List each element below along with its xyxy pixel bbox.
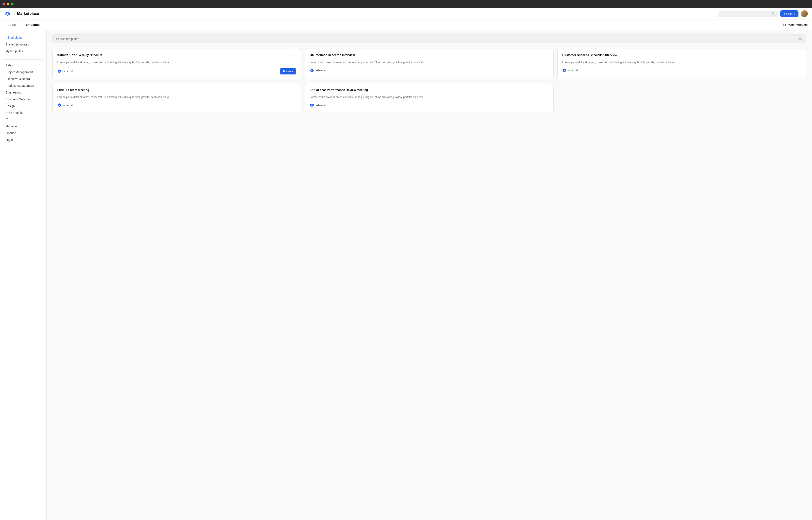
- more-icon[interactable]: ···: [546, 88, 549, 92]
- card-4-brand-name: adam.ai: [63, 104, 73, 107]
- card-4-header: First HR Team Meeting ···: [57, 88, 296, 92]
- card-5-footer: adam.ai: [310, 103, 549, 107]
- card-4-actions: ···: [293, 88, 296, 92]
- search-templates-bar[interactable]: 🔍: [52, 34, 806, 43]
- sidebar-item-legal[interactable]: Legal: [3, 137, 43, 143]
- card-3-description: Lorem ipsum dolor sit amet, consectetur …: [562, 60, 801, 64]
- sidebar-item-starred-templates[interactable]: Starred templates: [3, 41, 43, 48]
- card-3-brand-name: adam.ai: [568, 69, 578, 72]
- templates-area: 🔍 Kanban 1-on-1 Weekly Check-in ☆ ···: [47, 30, 812, 520]
- more-icon[interactable]: ···: [293, 88, 296, 92]
- sidebar-item-all-templates[interactable]: All templates: [3, 34, 43, 41]
- template-card-5[interactable]: End of Year Performance Review Meeting ·…: [305, 83, 553, 112]
- title-bar: [0, 0, 812, 8]
- card-2-actions: ···: [546, 53, 549, 56]
- card-1-title: Kanban 1-on-1 Weekly Check-in: [57, 53, 287, 57]
- brand-logo-icon: [57, 69, 61, 73]
- maximize-button[interactable]: [11, 3, 13, 5]
- card-2-description: Lorem ipsum dolor sit amet, consectetur …: [310, 60, 549, 64]
- create-button[interactable]: + Create: [780, 10, 799, 17]
- card-2-brand: adam.ai: [310, 68, 325, 73]
- card-2-header: UX Interface Research Interview ···: [310, 53, 549, 57]
- card-5-description: Lorem ipsum dolor sit amet, consectetur …: [310, 95, 549, 99]
- card-3-header: Customer Success Specialist Interview ··…: [562, 53, 801, 57]
- card-1-description: Lorem ipsum dolor sit amet, consectetur …: [57, 60, 296, 64]
- search-templates-icon: 🔍: [798, 37, 803, 41]
- sidebar-item-marketing[interactable]: Marketing: [3, 123, 43, 129]
- search-icon: 🔍: [772, 12, 775, 16]
- sidebar: All templates Starred templates My templ…: [0, 30, 47, 520]
- top-search-bar[interactable]: 🔍: [719, 10, 778, 17]
- sidebar-item-design[interactable]: Design: [3, 103, 43, 109]
- card-5-title: End of Year Performance Review Meeting: [310, 88, 544, 92]
- top-search-input[interactable]: [721, 12, 770, 15]
- card-1-footer: adam.ai Preview: [57, 68, 296, 75]
- preview-button[interactable]: Preview: [280, 68, 296, 75]
- card-4-footer: adam.ai: [57, 103, 296, 107]
- card-4-description: Lorem ipsum dolor sit amet, consectetur …: [57, 95, 296, 99]
- sidebar-item-project-management[interactable]: Project Management: [3, 69, 43, 75]
- brand-logo-icon: [310, 68, 314, 73]
- card-1-actions: ☆ ···: [289, 53, 296, 56]
- main-area: Apps Templates + Create template All tem…: [0, 20, 812, 520]
- templates-grid: Kanban 1-on-1 Weekly Check-in ☆ ··· Lore…: [52, 48, 806, 112]
- sidebar-item-product-management[interactable]: Product Management: [3, 82, 43, 89]
- card-2-brand-name: adam.ai: [316, 69, 325, 72]
- template-card-2[interactable]: UX Interface Research Interview ··· Lore…: [305, 48, 553, 79]
- tab-apps[interactable]: Apps: [4, 20, 20, 30]
- close-button[interactable]: [3, 3, 5, 5]
- card-3-brand: adam.ai: [562, 68, 578, 73]
- page-title: Marketplace: [17, 11, 716, 16]
- card-2-footer: adam.ai: [310, 68, 549, 73]
- card-1-brand-name: adam.ai: [63, 70, 73, 73]
- card-3-footer: adam.ai: [562, 68, 801, 73]
- card-5-header: End of Year Performance Review Meeting ·…: [310, 88, 549, 92]
- sidebar-categories-section: Sales Project Management Executive & Boa…: [3, 62, 43, 143]
- more-icon[interactable]: ···: [798, 53, 801, 56]
- template-card-1[interactable]: Kanban 1-on-1 Weekly Check-in ☆ ··· Lore…: [52, 48, 301, 79]
- sidebar-item-sales[interactable]: Sales: [3, 62, 43, 69]
- star-icon[interactable]: ☆: [289, 53, 292, 56]
- sidebar-item-my-templates[interactable]: My templates: [3, 48, 43, 54]
- nav-chevron-icon: ›: [13, 12, 15, 16]
- sidebar-divider: [3, 59, 43, 60]
- search-templates-input[interactable]: [56, 37, 796, 41]
- tab-templates[interactable]: Templates: [20, 20, 44, 30]
- brand-logo-icon: [562, 68, 567, 73]
- top-nav: › Marketplace 🔍 + Create: [0, 8, 812, 20]
- template-card-3[interactable]: Customer Success Specialist Interview ··…: [558, 48, 806, 79]
- sidebar-item-customer-success[interactable]: Customer Success: [3, 96, 43, 102]
- minimize-button[interactable]: [7, 3, 9, 5]
- tabs-left: Apps Templates: [4, 20, 44, 30]
- card-5-brand: adam.ai: [310, 103, 325, 107]
- avatar-image: [801, 10, 808, 17]
- sidebar-item-it[interactable]: IT: [3, 116, 43, 123]
- card-2-title: UX Interface Research Interview: [310, 53, 544, 57]
- brand-logo-icon: [310, 103, 314, 107]
- sidebar-item-executive-board[interactable]: Executive & Board: [3, 76, 43, 82]
- card-3-actions: ···: [798, 53, 801, 56]
- card-1-header: Kanban 1-on-1 Weekly Check-in ☆ ···: [57, 53, 296, 57]
- card-4-brand: adam.ai: [57, 103, 73, 107]
- brand-logo-icon: [57, 103, 61, 107]
- content-layout: All templates Starred templates My templ…: [0, 30, 812, 520]
- card-5-brand-name: adam.ai: [316, 104, 325, 107]
- sidebar-item-hr-people[interactable]: HR & People: [3, 110, 43, 116]
- card-5-actions: ···: [546, 88, 549, 92]
- logo-icon[interactable]: [4, 10, 11, 17]
- sidebar-item-finance[interactable]: Finance: [3, 130, 43, 136]
- sidebar-item-engineering[interactable]: Engineering: [3, 89, 43, 96]
- card-3-title: Customer Success Specialist Interview: [562, 53, 796, 57]
- create-template-button[interactable]: + Create template: [782, 23, 808, 27]
- sidebar-nav-section: All templates Starred templates My templ…: [3, 34, 43, 54]
- more-icon[interactable]: ···: [293, 53, 296, 56]
- tabs-bar: Apps Templates + Create template: [0, 20, 812, 30]
- card-1-brand: adam.ai: [57, 69, 73, 73]
- template-card-4[interactable]: First HR Team Meeting ··· Lorem ipsum do…: [52, 83, 301, 112]
- more-icon[interactable]: ···: [546, 53, 549, 56]
- avatar[interactable]: [801, 10, 808, 17]
- card-4-title: First HR Team Meeting: [57, 88, 291, 92]
- app-window: › Marketplace 🔍 + Create Apps Templates …: [0, 8, 812, 520]
